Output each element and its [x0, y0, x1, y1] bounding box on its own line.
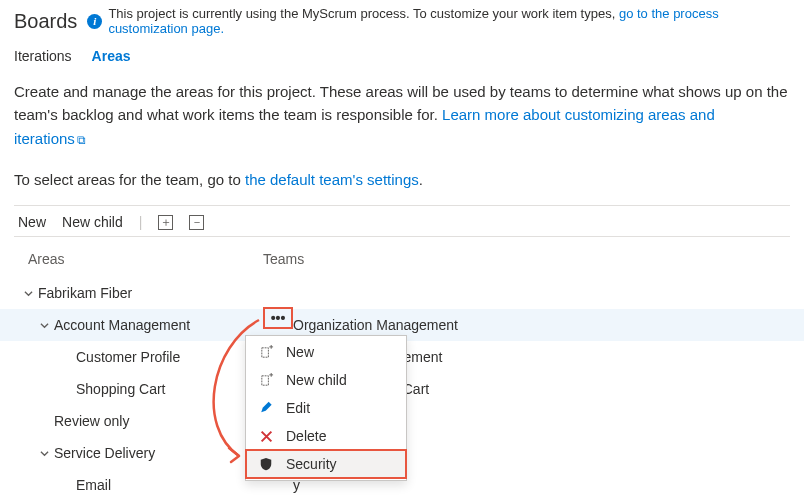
intro-line2-after: . [419, 171, 423, 188]
area-label: Email [76, 477, 111, 493]
shield-icon [258, 456, 274, 472]
menu-item-new[interactable]: New [246, 338, 406, 366]
area-cell: Account Management [22, 317, 263, 333]
area-cell: Fabrikam Fiber [22, 285, 263, 301]
area-cell: Review only [22, 413, 263, 429]
toolbar: New New child | ＋ － [0, 210, 804, 236]
new-child-area-icon [258, 372, 274, 388]
area-label: Fabrikam Fiber [38, 285, 132, 301]
toolbar-separator: | [139, 214, 143, 230]
ellipsis-icon: ••• [271, 310, 286, 326]
column-header-teams: Teams [263, 251, 804, 267]
area-label: Review only [54, 413, 129, 429]
teams-cell: Organization Management [263, 317, 804, 333]
default-team-settings-link[interactable]: the default team's settings [245, 171, 419, 188]
menu-label: Edit [286, 400, 310, 416]
menu-label: Security [286, 456, 337, 472]
menu-label: New child [286, 372, 347, 388]
new-button[interactable]: New [18, 214, 46, 230]
menu-label: Delete [286, 428, 326, 444]
chevron-down-icon[interactable] [22, 289, 34, 298]
intro-paragraph: Create and manage the areas for this pro… [0, 76, 804, 154]
intro-line2-before: To select areas for the team, go to [14, 171, 245, 188]
column-headers: Areas Teams [0, 241, 804, 277]
column-header-areas: Areas [28, 251, 263, 267]
external-link-icon: ⧉ [77, 133, 86, 147]
menu-item-edit[interactable]: Edit [246, 394, 406, 422]
divider [14, 205, 790, 206]
intro-paragraph-2: To select areas for the team, go to the … [0, 154, 804, 195]
area-cell: Service Delivery [22, 445, 263, 461]
area-label: Service Delivery [54, 445, 155, 461]
collapse-icon[interactable]: － [189, 215, 204, 230]
area-cell: Customer Profile [22, 349, 263, 365]
area-cell: Shopping Cart [22, 381, 263, 397]
tab-areas[interactable]: Areas [92, 46, 131, 66]
area-label: Shopping Cart [76, 381, 166, 397]
area-cell: Email [22, 477, 263, 493]
menu-item-delete[interactable]: Delete [246, 422, 406, 450]
context-menu: New New child Edit Delete Security [245, 335, 407, 481]
tabs: Iterations Areas [0, 46, 804, 76]
expand-icon[interactable]: ＋ [158, 215, 173, 230]
menu-item-security[interactable]: Security [246, 450, 406, 478]
more-actions-button[interactable]: ••• [263, 307, 293, 329]
new-area-icon [258, 344, 274, 360]
pencil-icon [258, 400, 274, 416]
chevron-down-icon[interactable] [38, 449, 50, 458]
tab-iterations[interactable]: Iterations [14, 46, 72, 66]
table-row[interactable]: Fabrikam Fiber [0, 277, 804, 309]
chevron-down-icon[interactable] [38, 321, 50, 330]
menu-label: New [286, 344, 314, 360]
divider [14, 236, 790, 237]
page-title: Boards [14, 10, 77, 33]
menu-item-new-child[interactable]: New child [246, 366, 406, 394]
banner-text: This project is currently using the MySc… [108, 6, 619, 21]
delete-icon [258, 428, 274, 444]
area-label: Customer Profile [76, 349, 180, 365]
area-label: Account Management [54, 317, 190, 333]
info-banner: i This project is currently using the My… [87, 6, 790, 36]
new-child-button[interactable]: New child [62, 214, 123, 230]
info-icon: i [87, 14, 102, 29]
